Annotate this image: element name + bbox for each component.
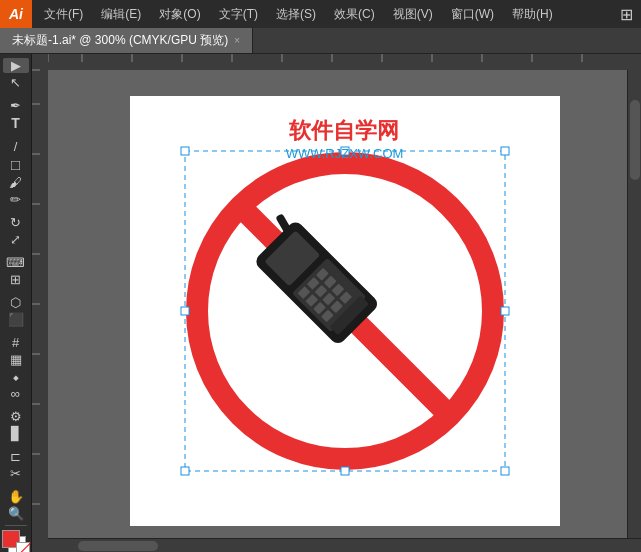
- menu-object[interactable]: 对象(O): [151, 2, 208, 27]
- free-transform-tool[interactable]: ⊞: [3, 272, 29, 287]
- color-swatches: [2, 530, 30, 552]
- rectangle-tool[interactable]: □: [3, 156, 29, 173]
- selection-tool[interactable]: ▶: [3, 58, 29, 73]
- warp-tool[interactable]: ⌨: [3, 255, 29, 270]
- symbol-tool[interactable]: ⚙: [3, 409, 29, 424]
- workspace-switcher-icon[interactable]: ⊞: [620, 5, 633, 24]
- canvas-document: 软件自学网 WWW.RJZXW.COM: [130, 96, 560, 526]
- hand-tool[interactable]: ✋: [3, 489, 29, 504]
- tab-title: 未标题-1.ai* @ 300% (CMYK/GPU 预览): [12, 32, 228, 49]
- pen-tool[interactable]: ✒: [3, 98, 29, 113]
- scale-tool[interactable]: ⤢: [3, 232, 29, 247]
- menu-effect[interactable]: 效果(C): [326, 2, 383, 27]
- svg-rect-0: [32, 54, 641, 70]
- color-area: ⇅: [0, 523, 32, 552]
- eyedropper-tool[interactable]: ⬥: [3, 369, 29, 384]
- gradient-tool[interactable]: ▦: [3, 352, 29, 367]
- tab-close-button[interactable]: ×: [234, 35, 240, 46]
- shape-builder-tool[interactable]: ⬡: [3, 295, 29, 310]
- main-layout: ▶ ↖ ✒ T / □ 🖌 ✏ ↻ ⤢ ⌨ ⊞ ⬡ ⬛ # ▦ ⬥ ∞ ⚙ ▊ …: [0, 54, 641, 552]
- menu-help[interactable]: 帮助(H): [504, 2, 561, 27]
- svg-rect-46: [341, 147, 349, 155]
- svg-rect-45: [181, 147, 189, 155]
- menu-window[interactable]: 窗口(W): [443, 2, 502, 27]
- menu-right: ⊞: [620, 5, 641, 24]
- svg-rect-51: [341, 467, 349, 475]
- vertical-scrollbar[interactable]: [627, 70, 641, 538]
- menu-bar: Ai 文件(F) 编辑(E) 对象(O) 文字(T) 选择(S) 效果(C) 视…: [0, 0, 641, 28]
- menu-items: 文件(F) 编辑(E) 对象(O) 文字(T) 选择(S) 效果(C) 视图(V…: [32, 2, 565, 27]
- mesh-tool[interactable]: #: [3, 335, 29, 350]
- menu-select[interactable]: 选择(S): [268, 2, 324, 27]
- svg-rect-50: [181, 467, 189, 475]
- canvas-area[interactable]: 软件自学网 WWW.RJZXW.COM: [32, 54, 641, 552]
- no-phone-sign: [175, 141, 515, 481]
- svg-rect-48: [181, 307, 189, 315]
- ruler-vertical: [32, 54, 48, 552]
- menu-file[interactable]: 文件(F): [36, 2, 91, 27]
- perspective-tool[interactable]: ⬛: [3, 312, 29, 327]
- menu-type[interactable]: 文字(T): [211, 2, 266, 27]
- svg-rect-13: [32, 54, 48, 552]
- svg-rect-47: [501, 147, 509, 155]
- toolbar-divider-10: [5, 525, 27, 526]
- tab-bar: 未标题-1.ai* @ 300% (CMYK/GPU 预览) ×: [0, 28, 641, 54]
- menu-edit[interactable]: 编辑(E): [93, 2, 149, 27]
- type-tool[interactable]: T: [3, 115, 29, 131]
- slice-tool[interactable]: ✂: [3, 466, 29, 481]
- pencil-tool[interactable]: ✏: [3, 192, 29, 207]
- app-icon: Ai: [0, 0, 32, 28]
- paintbrush-tool[interactable]: 🖌: [3, 175, 29, 190]
- direct-selection-tool[interactable]: ↖: [3, 75, 29, 90]
- horizontal-scrollbar[interactable]: [48, 538, 641, 552]
- artboard-tool[interactable]: ⊏: [3, 449, 29, 464]
- svg-rect-52: [501, 467, 509, 475]
- left-toolbar: ▶ ↖ ✒ T / □ 🖌 ✏ ↻ ⤢ ⌨ ⊞ ⬡ ⬛ # ▦ ⬥ ∞ ⚙ ▊ …: [0, 54, 32, 552]
- tab-document[interactable]: 未标题-1.ai* @ 300% (CMYK/GPU 预览) ×: [0, 28, 253, 53]
- ruler-horizontal: [32, 54, 641, 70]
- menu-view[interactable]: 视图(V): [385, 2, 441, 27]
- zoom-tool[interactable]: 🔍: [3, 506, 29, 521]
- rotate-tool[interactable]: ↻: [3, 215, 29, 230]
- blend-tool[interactable]: ∞: [3, 386, 29, 401]
- svg-rect-49: [501, 307, 509, 315]
- graph-tool[interactable]: ▊: [3, 426, 29, 441]
- none-swatch[interactable]: [16, 542, 30, 552]
- line-tool[interactable]: /: [3, 139, 29, 154]
